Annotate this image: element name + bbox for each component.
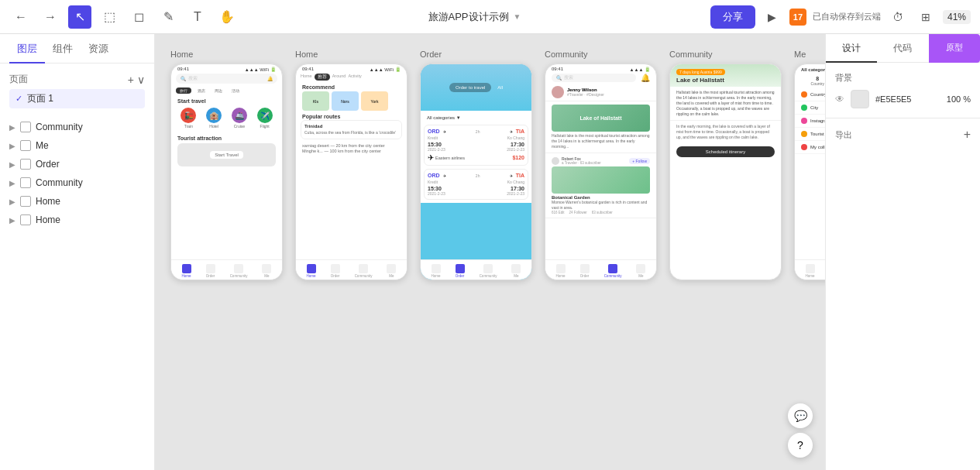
pages-header: 页面 + ∨ bbox=[9, 70, 145, 89]
scheduled-itinerary-btn[interactable]: Scheduled itinerary bbox=[676, 146, 775, 157]
phone-frame-home2: 09:41 ▲▲▲ WiFi 🔋 Home 推荐 Around Activity… bbox=[295, 63, 407, 280]
nav-me[interactable]: Me bbox=[262, 264, 271, 278]
nav-community[interactable]: Community bbox=[230, 264, 248, 278]
nav-home[interactable]: Home bbox=[806, 264, 815, 278]
phone-label-community2: Community bbox=[669, 50, 713, 59]
follow-btn[interactable]: + Follow bbox=[629, 158, 650, 164]
layer-order[interactable]: ▶ Order bbox=[0, 155, 154, 173]
phone-frame-me: All categories 8 Country 12 City 8.8K Mi bbox=[794, 63, 825, 280]
user2-avatar bbox=[552, 157, 559, 165]
tourist-section: Tourist attraction bbox=[171, 133, 282, 142]
search-bar[interactable]: 🔍搜索 bbox=[552, 74, 636, 82]
post-2: Robert Fox a Traveler · 63 subscriber + … bbox=[545, 153, 656, 218]
times-2: 15:30 17:30 bbox=[428, 186, 524, 191]
city-list-label: City bbox=[810, 105, 818, 110]
page-item-1[interactable]: ✓ 页面 1 bbox=[9, 89, 145, 108]
nav-order[interactable]: Order bbox=[331, 264, 340, 278]
nav-recommend[interactable]: 推荐 bbox=[315, 74, 330, 81]
add-export-button[interactable]: + bbox=[964, 128, 971, 142]
nav-order[interactable]: Order bbox=[456, 264, 465, 278]
pen-tool[interactable]: ✎ bbox=[156, 5, 180, 29]
forward-button[interactable]: → bbox=[39, 5, 62, 29]
phone-label-community1: Community bbox=[545, 50, 588, 59]
tab-prototype[interactable]: 原型 bbox=[929, 34, 980, 63]
order-to-travel-btn[interactable]: Order to travel bbox=[449, 83, 491, 92]
play-button[interactable]: ▶ bbox=[762, 6, 783, 28]
flight-icon[interactable]: ✈️ bbox=[257, 108, 273, 123]
collapse-pages-button[interactable]: ∨ bbox=[137, 74, 145, 86]
tab-layers[interactable]: 图层 bbox=[9, 34, 45, 63]
me-item-tourist-map[interactable]: Tourist map › bbox=[795, 128, 825, 141]
tab-code[interactable]: 代码 bbox=[877, 34, 928, 63]
nav-activity[interactable]: Activity bbox=[348, 74, 361, 81]
layer-community-2[interactable]: ▶ Community bbox=[0, 173, 154, 192]
layer-me[interactable]: ▶ Me bbox=[0, 136, 154, 155]
bg-color-preview[interactable] bbox=[851, 90, 869, 108]
tab-design[interactable]: 设计 bbox=[826, 34, 877, 63]
share-button[interactable]: 分享 bbox=[710, 5, 755, 29]
chat-button[interactable]: 💬 bbox=[788, 403, 813, 428]
layer-community-1[interactable]: ▶ Community bbox=[0, 118, 154, 136]
shape-tool[interactable]: ◻ bbox=[127, 5, 150, 29]
tab-travel[interactable]: 旅行 bbox=[176, 87, 191, 94]
phone-group-order: Order Order to travel All All categories… bbox=[420, 50, 532, 280]
all-categories[interactable]: All categories ▼ bbox=[424, 114, 528, 122]
me-item-city[interactable]: City › bbox=[795, 101, 825, 115]
text-tool[interactable]: T bbox=[186, 5, 209, 29]
nav-community[interactable]: Community bbox=[604, 264, 622, 278]
nav-home[interactable]: Home bbox=[301, 74, 312, 81]
back-button[interactable]: ← bbox=[9, 5, 33, 29]
nav-home[interactable]: Home bbox=[182, 264, 191, 278]
nav-me[interactable]: Me bbox=[511, 264, 521, 278]
hotel-icon[interactable]: 🏨 bbox=[206, 108, 222, 123]
eye-icon[interactable]: 👁 bbox=[835, 94, 844, 105]
nav-me[interactable]: Me bbox=[636, 264, 645, 278]
tab-around[interactable]: 周边 bbox=[211, 87, 225, 94]
nav-home[interactable]: Home bbox=[307, 264, 316, 278]
post-image-2 bbox=[552, 166, 650, 194]
airline-labels-2: Kredit Ko Chang bbox=[428, 180, 524, 184]
bg-hex-value[interactable]: #E5E5E5 bbox=[875, 94, 940, 104]
nav-home[interactable]: Home bbox=[556, 264, 566, 278]
bell-icon[interactable]: 🔔 bbox=[641, 74, 650, 82]
layout-button[interactable]: ⊞ bbox=[915, 6, 937, 28]
layer-name: Me bbox=[36, 140, 49, 151]
layer-rect-icon bbox=[20, 140, 31, 151]
recommend-title: Recommend bbox=[296, 82, 407, 91]
me-item-instagram[interactable]: Instagram › bbox=[795, 115, 825, 128]
toolbar-center: 旅游APP设计示例 ▼ bbox=[245, 10, 704, 24]
help-button[interactable]: ? bbox=[788, 433, 813, 458]
nav-community[interactable]: Community bbox=[480, 264, 497, 278]
layer-home-1[interactable]: ▶ Home bbox=[0, 192, 154, 211]
tab-assets[interactable]: 资源 bbox=[81, 34, 116, 63]
nav-home[interactable]: Home bbox=[432, 264, 441, 278]
history-button[interactable]: ⏱ bbox=[887, 6, 909, 28]
me-list: Country › City › bbox=[795, 88, 825, 154]
nav-community[interactable]: Community bbox=[355, 264, 373, 278]
hand-tool[interactable]: ✋ bbox=[215, 5, 239, 29]
tab-components[interactable]: 组件 bbox=[45, 34, 81, 63]
nav-around[interactable]: Around bbox=[332, 74, 346, 81]
popular-routes: Popular routes bbox=[296, 111, 407, 120]
frame-tool[interactable]: ⬚ bbox=[98, 5, 121, 29]
nav-order[interactable]: Order bbox=[206, 264, 215, 278]
nav-me[interactable]: Me bbox=[387, 264, 396, 278]
cruise-icon[interactable]: 🚢 bbox=[232, 108, 247, 123]
layer-home-2[interactable]: ▶ Home bbox=[0, 211, 154, 229]
layer-name: Community bbox=[36, 122, 83, 132]
train-icon[interactable]: 🚂 bbox=[181, 108, 196, 123]
select-tool[interactable]: ↖ bbox=[68, 5, 91, 29]
all-tab[interactable]: All bbox=[497, 85, 503, 90]
tab-hotel[interactable]: 酒店 bbox=[194, 87, 208, 94]
nav-order[interactable]: Order bbox=[580, 264, 590, 278]
instagram-label: Instagram bbox=[810, 118, 825, 123]
canvas-area[interactable]: Home 09:41 ▲▲▲ WiFi 🔋 🔍搜索 🔔 旅行 bbox=[155, 34, 825, 470]
user2-info: Robert Fox a Traveler · 63 subscriber bbox=[562, 156, 601, 165]
me-item-collection[interactable]: My collection › bbox=[795, 141, 825, 154]
tab-activity[interactable]: 活动 bbox=[229, 87, 242, 94]
times-1: 15:30 17:30 bbox=[428, 142, 524, 147]
search-bar[interactable]: 🔍搜索 🔔 bbox=[176, 74, 277, 84]
bg-opacity-value[interactable]: 100 % bbox=[947, 94, 971, 104]
add-page-button[interactable]: + bbox=[128, 74, 134, 86]
me-item-country[interactable]: Country › bbox=[795, 88, 825, 101]
